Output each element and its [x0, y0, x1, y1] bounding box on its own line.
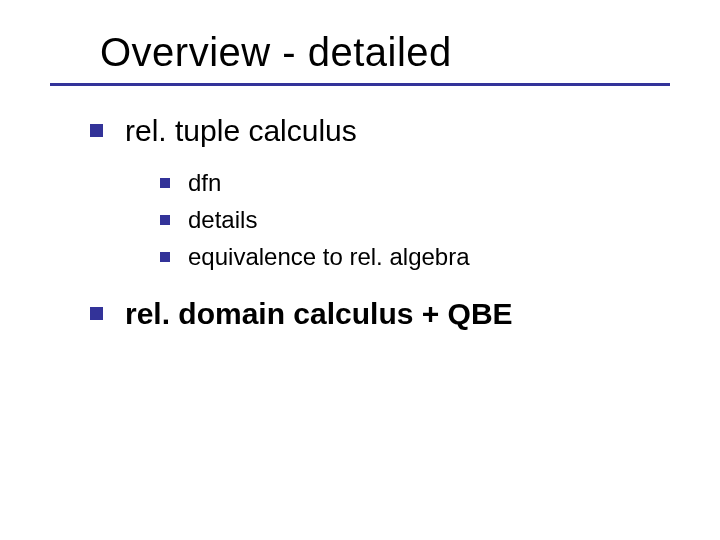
list-item-label: dfn — [188, 169, 221, 198]
square-bullet-icon — [160, 215, 170, 225]
square-bullet-icon — [160, 252, 170, 262]
slide: Overview - detailed rel. tuple calculus … — [0, 0, 720, 540]
square-bullet-icon — [160, 178, 170, 188]
square-bullet-icon — [90, 124, 103, 137]
list-item-label: equivalence to rel. algebra — [188, 243, 470, 272]
square-bullet-icon — [90, 307, 103, 320]
list-item-label: details — [188, 206, 257, 235]
slide-title: Overview - detailed — [100, 30, 720, 75]
list-item: rel. tuple calculus — [90, 114, 720, 147]
list-item: equivalence to rel. algebra — [160, 243, 720, 272]
list-item: details — [160, 206, 720, 235]
sub-list: dfn details equivalence to rel. algebra — [160, 169, 720, 271]
list-item: dfn — [160, 169, 720, 198]
title-underline — [50, 83, 670, 86]
list-item-label: rel. tuple calculus — [125, 114, 357, 147]
slide-body: rel. tuple calculus dfn details equivale… — [90, 114, 720, 330]
list-item: rel. domain calculus + QBE — [90, 297, 720, 330]
list-item-label: rel. domain calculus + QBE — [125, 297, 513, 330]
